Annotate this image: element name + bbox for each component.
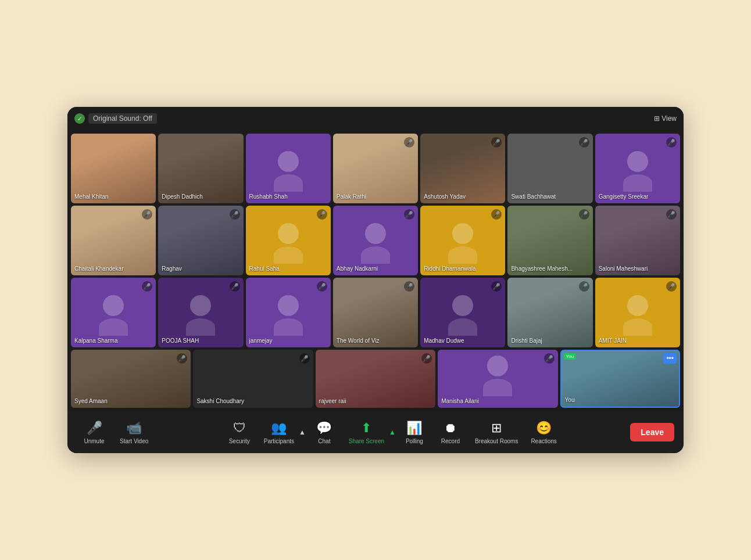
reactions-icon: 😊 [536,421,552,436]
tile-mehal[interactable]: Mehal Khitan [71,134,156,203]
tile-worldviz[interactable]: 🎤 The World of Viz [333,278,418,347]
tile-raghav[interactable]: 🎤 Raghav [158,206,243,275]
toolbar-left: 🎤 Unmute 📹 Start Video [77,417,154,448]
tile-kalpana[interactable]: 🎤 Kalpana Sharma [71,278,156,347]
share-label: Share Screen [349,438,384,444]
tile-janmejay[interactable]: 🎤 janmejay [246,278,331,347]
tile-pooja[interactable]: 🎤 POOJA SHAH [158,278,243,347]
mute-icon: 🎤 [142,281,152,292]
participant-name: Swati Bachhawat [511,193,556,200]
bottom-toolbar: 🎤 Unmute 📹 Start Video 🛡 Security 👥 Part… [67,411,684,453]
mute-icon: 🎤 [142,209,152,220]
toolbar-right: Leave [630,423,674,441]
mute-icon: 🎤 [404,281,414,292]
toolbar-center: 🛡 Security 👥 Participants ▲ 💬 Chat ⬆ Sha… [154,417,630,448]
mute-icon: 🎤 [317,209,327,220]
mute-icon: 🎤 [230,281,240,292]
unmute-button[interactable]: 🎤 Unmute [77,417,112,448]
share-chevron[interactable]: ▲ [389,428,396,436]
breakout-button[interactable]: ⊞ Breakout Rooms [469,417,524,448]
participants-chevron[interactable]: ▲ [299,428,306,436]
reactions-button[interactable]: 😊 Reactions [525,417,562,448]
view-button[interactable]: ⊞ View [654,114,677,123]
polling-label: Polling [406,438,423,444]
participants-label: Participants [264,438,294,444]
tile-riddhi[interactable]: 🎤 Riddhi Dhamanwala [420,206,505,275]
record-button[interactable]: ⏺ Record [433,417,468,448]
zoom-window: ✓ Original Sound: Off ⊞ View Mehal Khita… [67,107,684,453]
tile-ashutosh[interactable]: 🎤 Ashutosh Yadav [420,134,505,203]
share-screen-button[interactable]: ⬆ Share Screen [343,417,390,448]
original-sound-toggle[interactable]: Original Sound: Off [88,113,157,124]
participant-name: AMIT JAIN [599,338,627,344]
top-bar: ✓ Original Sound: Off ⊞ View [67,107,684,130]
participants-button[interactable]: 👥 Participants [258,417,300,448]
mute-icon: 🎤 [666,209,677,220]
tile-sakshi[interactable]: 🎤 Sakshi Choudhary [193,350,313,408]
tile-you[interactable]: You ••• You [560,350,680,408]
tile-rahul[interactable]: 🎤 Rahul Saha [246,206,331,275]
mute-icon: 🎤 [491,137,502,148]
tile-amit[interactable]: 🎤 AMIT JAIN [595,278,680,347]
mute-icon: 🎤 [421,353,432,364]
mute-icon: 🎤 [579,137,589,148]
tile-drishti[interactable]: 🎤 Drishti Bajaj [507,278,592,347]
start-video-button[interactable]: 📹 Start Video [114,417,154,448]
tile-bhagya[interactable]: 🎤 Bhagyashree Mahesh... [507,206,592,275]
chat-label: Chat [318,438,330,444]
participant-name: Raghav [162,265,181,272]
tile-swati[interactable]: 🎤 Swati Bachhawat [507,134,592,203]
tile-chaitali[interactable]: 🎤 Chaitali Khandekar [71,206,156,275]
participant-name: Rushabh Shah [249,193,288,200]
participant-name: Manisha Ailani [441,398,478,404]
tile-palak[interactable]: 🎤 Palak Rathi [333,134,418,203]
more-options-badge[interactable]: ••• [663,353,677,364]
participant-name: Sakshi Choudhary [196,398,244,404]
participants-icon: 👥 [271,421,287,436]
leave-button[interactable]: Leave [630,423,674,441]
tile-gangi[interactable]: 🎤 Gangisetty Sreekar [595,134,680,203]
tile-madhav[interactable]: 🎤 Madhav Dudwe [420,278,505,347]
security-button[interactable]: 🛡 Security [222,417,257,448]
polling-button[interactable]: 📊 Polling [397,417,432,448]
chat-button[interactable]: 💬 Chat [307,417,342,448]
share-icon: ⬆ [361,421,371,436]
mute-icon: 🎤 [299,353,310,364]
participant-name: Chaitali Khandekar [74,265,124,272]
you-badge: You [564,353,577,360]
security-label: Security [229,438,250,444]
participant-name: Abhay Nadkarni [337,265,378,272]
tile-dipesh[interactable]: Dipesh Dadhich [158,134,243,203]
mute-icon: 🎤 [579,209,589,220]
view-icon: ⊞ [654,114,660,123]
top-bar-left: ✓ Original Sound: Off [74,113,157,124]
participant-name: Drishti Bajaj [511,338,542,344]
tile-saloni[interactable]: 🎤 Saloni Maheshwari [595,206,680,275]
polling-icon: 📊 [406,421,422,436]
participant-name: Madhav Dudwe [424,338,464,344]
chat-icon: 💬 [316,421,332,436]
participant-name: Saloni Maheshwari [599,265,648,272]
participant-name: janmejay [249,338,273,344]
participant-name: Dipesh Dadhich [162,193,203,200]
mute-icon: 🎤 [666,137,677,148]
participant-name: Riddhi Dhamanwala [424,265,476,272]
record-label: Record [441,438,460,444]
participant-name: Mehal Khitan [74,193,108,200]
video-icon: 📹 [126,421,142,436]
tile-rajveer[interactable]: 🎤 rajveer raii [316,350,435,408]
grid-row-3: 🎤 Kalpana Sharma 🎤 POOJA SHAH 🎤 janmejay… [71,278,680,347]
mute-icon: 🎤 [404,137,414,148]
participant-name: Kalpana Sharma [74,338,118,344]
participant-name: Ashutosh Yadav [424,193,466,200]
record-icon: ⏺ [444,421,457,436]
tile-abhay[interactable]: 🎤 Abhay Nadkarni [333,206,418,275]
mute-icon: 🎤 [177,353,187,364]
participant-name: POOJA SHAH [162,338,199,344]
tile-rushabh[interactable]: Rushabh Shah [246,134,331,203]
mute-icon: 🎤 [544,353,555,364]
participant-name: Rahul Saha [249,265,280,272]
video-label: Start Video [120,438,148,444]
tile-manisha[interactable]: 🎤 Manisha Ailani [438,350,557,408]
tile-syed[interactable]: 🎤 Syed Amaan [71,350,191,408]
